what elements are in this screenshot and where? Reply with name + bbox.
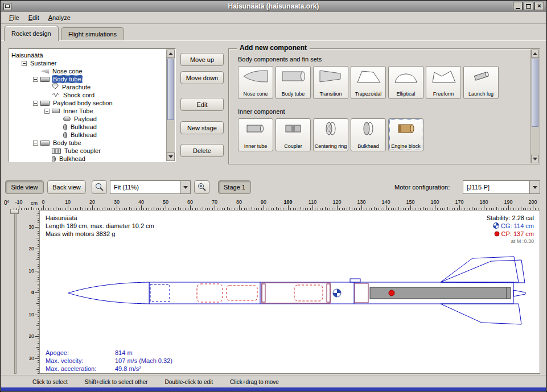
tree-item[interactable]: Tube coupler <box>9 146 166 154</box>
tree-collapse-icon[interactable] <box>33 101 38 106</box>
transition-icon <box>318 68 344 85</box>
body-tube-icon <box>40 141 50 146</box>
tree-item[interactable]: Payload <box>9 114 166 122</box>
freeform-fin-icon <box>430 68 456 85</box>
rotation-slider[interactable] <box>14 210 17 374</box>
tree-collapse-icon[interactable] <box>33 141 38 146</box>
scroll-down-button[interactable] <box>531 155 539 163</box>
tree-scrollbar[interactable] <box>166 49 175 161</box>
tree-item[interactable]: Bulkhead <box>9 130 166 138</box>
body-tube-icon <box>40 77 50 82</box>
close-button[interactable]: × <box>534 2 544 10</box>
chevron-down-icon <box>529 181 540 193</box>
add-centering-ring-button[interactable]: Centering ring <box>313 118 348 151</box>
tree-item-label: Parachute <box>61 83 92 91</box>
menu-file[interactable]: File <box>5 13 24 23</box>
arrow-up-icon <box>533 52 537 55</box>
bulkhead-icon <box>63 124 67 130</box>
minimize-button[interactable] <box>513 2 523 10</box>
arrow-down-icon <box>168 155 173 158</box>
tree-item[interactable]: Parachute <box>9 82 166 90</box>
move-up-button[interactable]: Move up <box>180 53 224 66</box>
edit-button[interactable]: Edit <box>180 98 224 111</box>
mach-note: at M=0.30 <box>511 238 534 244</box>
apogee-value: 814 m <box>115 349 133 356</box>
tree-item[interactable]: Body tube <box>9 138 166 146</box>
zoom-out-button[interactable] <box>92 180 107 194</box>
hint: Shift+click to select other <box>85 379 148 385</box>
add-body-tube-button[interactable]: Body tube <box>275 66 311 99</box>
tree-collapse-icon[interactable] <box>22 61 27 66</box>
trapezoidal-fin-icon <box>355 68 381 85</box>
add-freeform-fin-button[interactable]: Freeform <box>426 66 461 99</box>
tree-collapse-icon[interactable] <box>33 77 38 82</box>
back-view-button[interactable]: Back view <box>47 180 86 194</box>
tree-item-label: Inner Tube <box>62 107 94 115</box>
centering-ring-icon <box>318 120 344 137</box>
window-title: Haisunäätä (haisunaata.ork) <box>1 2 546 10</box>
tree-item[interactable]: Nose cone <box>9 67 166 75</box>
tree-item-label: Bulkhead <box>69 123 98 131</box>
new-stage-button[interactable]: New stage <box>180 121 224 134</box>
tab-flight-simulations[interactable]: Flight simulations <box>61 27 124 40</box>
max-velocity-value: 107 m/s (Mach 0.32) <box>115 357 172 364</box>
ruler-horizontal: -100102030405060708090100110120130140150… <box>12 199 541 210</box>
scroll-down-button[interactable] <box>167 152 175 161</box>
hint-bar: Click to select Shift+click to select ot… <box>1 375 546 389</box>
move-down-button[interactable]: Move down <box>180 71 224 84</box>
add-coupler-button[interactable]: Coupler <box>275 118 311 151</box>
ruler-unit-label: cm <box>31 200 38 206</box>
ruler-vertical: -30-20-100102030 <box>29 210 39 374</box>
window-menu-icon[interactable] <box>3 3 11 10</box>
tree-collapse-icon[interactable] <box>44 109 50 114</box>
cp-marker <box>389 290 394 296</box>
tree-item-label: Payload <box>73 115 98 123</box>
tree-item[interactable]: Sustainer <box>9 59 166 67</box>
motor-configuration-value: [J115-P] <box>467 184 490 191</box>
arrow-down-icon <box>533 158 537 160</box>
add-engine-block-button[interactable]: Engine block <box>388 118 423 151</box>
add-component-title: Add new component <box>237 44 310 52</box>
components-scrollbar[interactable] <box>530 49 539 163</box>
zoom-select[interactable]: Fit (11%) <box>110 180 191 194</box>
tree-item[interactable]: Bulkhead <box>9 154 166 162</box>
tab-rocket-design[interactable]: Rocket design <box>4 26 59 41</box>
tree-item[interactable]: Bulkhead <box>9 122 166 130</box>
tree-item[interactable]: Payload body section <box>9 98 166 106</box>
maximize-button[interactable] <box>524 2 533 10</box>
tree-item[interactable]: Shock cord <box>9 90 166 98</box>
zoom-in-button[interactable] <box>194 180 209 194</box>
title-bar[interactable]: Haisunäätä (haisunaata.ork) × <box>1 1 546 12</box>
hint: Click to select <box>32 379 68 385</box>
chevron-down-icon <box>180 181 190 193</box>
add-trapezoidal-fin-button[interactable]: Trapezoidal <box>351 66 386 99</box>
add-bulkhead-button[interactable]: Bulkhead <box>351 118 386 151</box>
menu-edit[interactable]: Edit <box>24 13 44 23</box>
bulkhead-icon <box>63 132 67 138</box>
add-elliptical-fin-button[interactable]: Elliptical <box>388 66 423 99</box>
delete-button[interactable]: Delete <box>180 144 224 157</box>
add-transition-button[interactable]: Transition <box>313 66 348 99</box>
tree-item[interactable]: Inner Tube <box>9 106 166 114</box>
rocket-view-canvas[interactable]: Haisunäätä Length 189 cm, max. diameter … <box>39 210 540 374</box>
minimize-icon <box>516 8 520 9</box>
tree-item-selected[interactable]: Body tube <box>9 75 166 82</box>
menu-analyze[interactable]: Analyze <box>44 13 75 23</box>
scroll-thumb[interactable] <box>532 59 538 127</box>
scroll-up-button[interactable] <box>167 49 175 58</box>
add-launch-lug-button[interactable]: Launch lug <box>463 66 499 99</box>
nose-cone-icon <box>40 69 49 74</box>
side-view-button[interactable]: Side view <box>5 180 44 194</box>
scroll-up-button[interactable] <box>531 49 539 58</box>
elliptical-fin-icon <box>393 68 419 85</box>
motor-configuration-select[interactable]: [J115-P] <box>463 180 540 194</box>
tree-item[interactable]: Haisunäätä <box>9 51 166 59</box>
scroll-thumb[interactable] <box>167 59 174 120</box>
stage-1-toggle[interactable]: Stage 1 <box>218 180 251 194</box>
add-inner-tube-button[interactable]: Inner tube <box>238 118 273 151</box>
component-tree: Haisunäätä Sustainer Nose cone Body tube… <box>9 48 176 162</box>
tree-item-label: Bulkhead <box>69 131 98 139</box>
tree-item-label: Sustainer <box>29 59 57 67</box>
tree-item-label: Shock cord <box>62 91 96 99</box>
add-nose-cone-button[interactable]: Nose cone <box>238 66 273 99</box>
